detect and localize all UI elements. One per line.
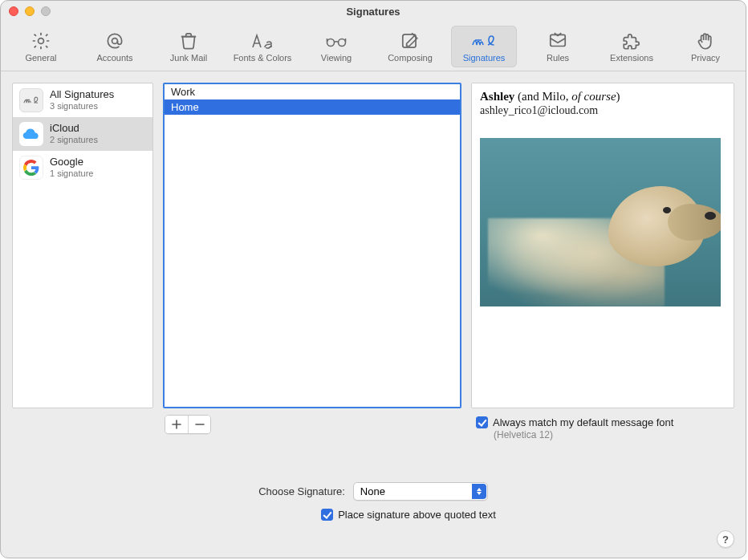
help-button[interactable]: ?	[717, 530, 734, 548]
account-name: All Signatures	[50, 89, 114, 101]
add-signature-button[interactable]	[165, 416, 188, 433]
window-title: Signatures	[1, 6, 746, 18]
account-row-icloud[interactable]: iCloud 2 signatures	[13, 117, 152, 151]
account-name: iCloud	[50, 123, 98, 135]
tab-composing[interactable]: Composing	[377, 26, 443, 67]
puzzle-icon	[621, 30, 642, 51]
match-font-label: Always match my default message font	[493, 416, 673, 428]
signature-item-work[interactable]: Work	[165, 84, 460, 99]
select-arrows-icon	[472, 484, 486, 499]
add-remove-control	[165, 415, 211, 434]
signature-name-tail: )	[616, 90, 620, 103]
hand-icon	[695, 30, 716, 51]
svg-point-2	[327, 39, 335, 46]
tab-accounts[interactable]: Accounts	[82, 26, 148, 67]
rules-icon	[547, 30, 568, 51]
content-area: All Signatures 3 signatures iCloud 2 sig…	[1, 71, 746, 558]
gear-icon	[30, 30, 51, 51]
match-font-group: Always match my default message font (He…	[476, 416, 673, 440]
preferences-window: Signatures General Accounts Junk Mail Fo…	[0, 0, 746, 558]
signature-name-rest: (and Milo,	[514, 90, 571, 103]
account-count: 1 signature	[50, 168, 93, 179]
plus-icon	[172, 420, 181, 429]
trash-icon	[178, 30, 199, 51]
at-sign-icon	[104, 30, 125, 51]
help-icon: ?	[722, 534, 729, 546]
compose-icon	[400, 30, 421, 51]
choose-signature-label: Choose Signature:	[258, 485, 345, 497]
place-above-checkbox[interactable]	[321, 509, 333, 521]
titlebar: Signatures	[1, 1, 746, 22]
tab-extensions[interactable]: Extensions	[599, 26, 665, 67]
signature-name-bold: Ashley	[480, 90, 514, 103]
signature-item-home[interactable]: Home	[165, 99, 460, 115]
google-icon	[19, 156, 43, 180]
signature-name-line[interactable]: Ashley (and Milo, of course)	[480, 90, 726, 103]
font-icon	[250, 30, 275, 51]
tab-privacy[interactable]: Privacy	[673, 26, 738, 67]
signature-name-italic: of course	[571, 90, 616, 103]
svg-point-1	[112, 38, 118, 43]
minus-icon	[195, 420, 205, 429]
all-signatures-icon	[19, 88, 43, 112]
choose-signature-value: None	[360, 485, 385, 497]
account-count: 3 signatures	[50, 101, 114, 112]
signature-icon	[470, 30, 498, 51]
signature-list[interactable]: Work Home	[163, 83, 461, 408]
account-count: 2 signatures	[50, 135, 98, 145]
svg-point-0	[39, 38, 44, 43]
account-row-all[interactable]: All Signatures 3 signatures	[13, 83, 152, 117]
signature-email[interactable]: ashley_rico1@icloud.com	[480, 104, 726, 117]
tab-fonts-colors[interactable]: Fonts & Colors	[230, 26, 295, 67]
tab-general[interactable]: General	[8, 26, 74, 67]
accounts-list[interactable]: All Signatures 3 signatures iCloud 2 sig…	[12, 83, 153, 408]
tab-junk-mail[interactable]: Junk Mail	[156, 26, 222, 67]
preferences-toolbar: General Accounts Junk Mail Fonts & Color…	[1, 22, 746, 71]
remove-signature-button[interactable]	[188, 416, 210, 433]
account-name: Google	[50, 156, 93, 168]
match-font-sublabel: (Helvetica 12)	[494, 429, 673, 440]
tab-viewing[interactable]: Viewing	[303, 26, 369, 67]
icloud-icon	[19, 122, 43, 146]
signature-image[interactable]	[480, 138, 721, 306]
account-row-google[interactable]: Google 1 signature	[13, 151, 152, 185]
match-font-checkbox[interactable]	[476, 416, 488, 428]
choose-signature-select[interactable]: None	[353, 482, 488, 501]
place-above-label: Place signature above quoted text	[338, 509, 496, 521]
tab-rules[interactable]: Rules	[525, 26, 591, 67]
svg-point-3	[339, 39, 346, 46]
signature-editor[interactable]: Ashley (and Milo, of course) ashley_rico…	[471, 83, 734, 408]
tab-signatures[interactable]: Signatures	[451, 26, 517, 67]
glasses-icon	[324, 30, 348, 51]
